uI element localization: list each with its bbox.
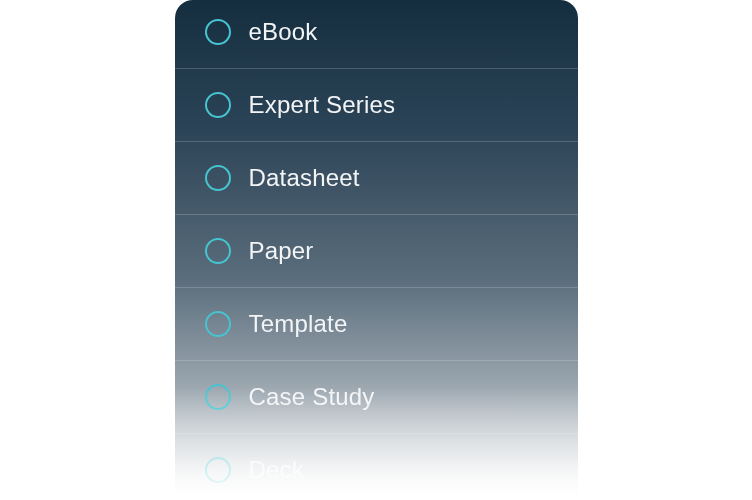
option-template[interactable]: Template: [175, 288, 578, 361]
option-expert-series[interactable]: Expert Series: [175, 69, 578, 142]
option-label: Datasheet: [249, 164, 360, 192]
radio-icon: [205, 165, 231, 191]
option-paper[interactable]: Paper: [175, 215, 578, 288]
option-label: Expert Series: [249, 91, 396, 119]
radio-icon: [205, 92, 231, 118]
radio-icon: [205, 311, 231, 337]
option-label: eBook: [249, 18, 318, 46]
option-deck[interactable]: Deck: [175, 434, 578, 500]
option-datasheet[interactable]: Datasheet: [175, 142, 578, 215]
option-label: Paper: [249, 237, 314, 265]
radio-icon: [205, 457, 231, 483]
option-label: Case Study: [249, 383, 375, 411]
option-label: Template: [249, 310, 348, 338]
option-ebook[interactable]: eBook: [175, 0, 578, 69]
filter-panel: eBook Expert Series Datasheet Paper Temp…: [175, 0, 578, 500]
radio-icon: [205, 384, 231, 410]
option-label: Deck: [249, 456, 304, 484]
radio-icon: [205, 238, 231, 264]
radio-icon: [205, 19, 231, 45]
option-case-study[interactable]: Case Study: [175, 361, 578, 434]
